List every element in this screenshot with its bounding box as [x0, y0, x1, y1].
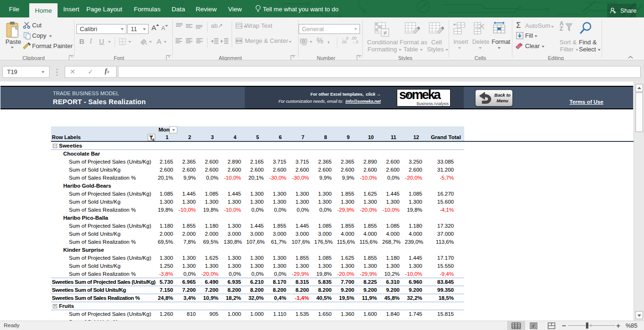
svg-text:≠: ≠ — [383, 29, 386, 36]
